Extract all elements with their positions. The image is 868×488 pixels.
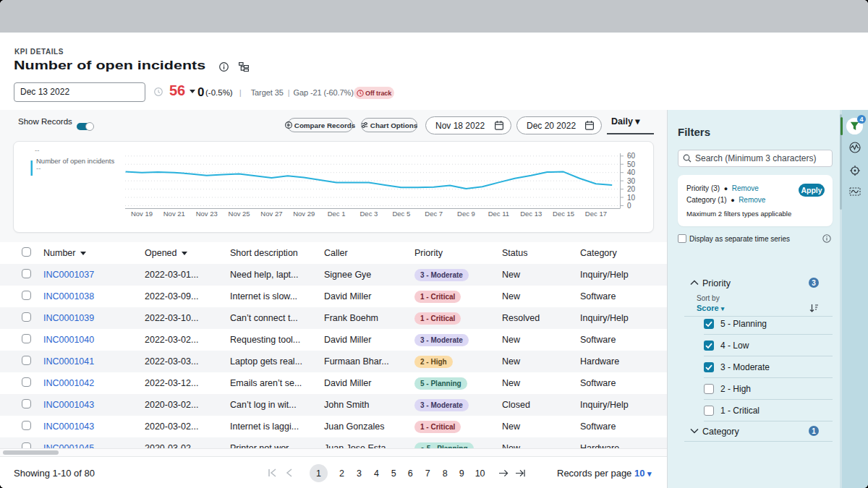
svg-text:Number of open incidents: Number of open incidents (36, 157, 115, 165)
svg-text:Nov 21: Nov 21 (163, 210, 185, 218)
svg-text:Dec 9: Dec 9 (457, 210, 475, 218)
svg-text:Nov 23: Nov 23 (196, 210, 218, 218)
svg-text:Nov 27: Nov 27 (260, 210, 282, 218)
svg-text:--: -- (35, 146, 39, 154)
svg-text:Nov 29: Nov 29 (293, 210, 315, 218)
svg-text:50: 50 (627, 160, 636, 168)
svg-text:Nov 25: Nov 25 (229, 210, 250, 218)
svg-text:20: 20 (627, 185, 636, 193)
svg-text:Dec 3: Dec 3 (359, 210, 378, 218)
svg-text:30: 30 (627, 177, 636, 185)
svg-text:Dec 5: Dec 5 (392, 210, 410, 218)
svg-text:Nov 19: Nov 19 (131, 210, 153, 218)
svg-text:--: -- (36, 164, 41, 172)
svg-text:Dec 11: Dec 11 (488, 210, 509, 218)
svg-text:Dec 17: Dec 17 (585, 210, 607, 218)
svg-text:Dec 13: Dec 13 (520, 210, 542, 218)
svg-text:40: 40 (627, 168, 636, 176)
svg-text:Dec 1: Dec 1 (328, 210, 346, 218)
svg-text:60: 60 (627, 152, 636, 160)
svg-text:Dec 7: Dec 7 (425, 210, 443, 218)
svg-text:0: 0 (627, 202, 631, 210)
svg-text:Dec 15: Dec 15 (553, 210, 574, 218)
svg-text:10: 10 (627, 194, 636, 202)
